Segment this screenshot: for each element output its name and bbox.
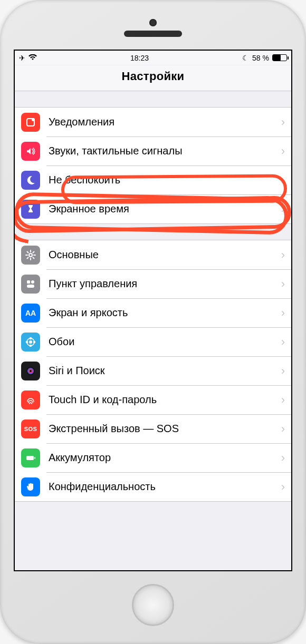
row-touchid[interactable]: Touch ID и код-пароль › <box>15 385 291 414</box>
row-display[interactable]: AA Экран и яркость › <box>15 298 291 327</box>
chevron-right-icon: › <box>281 248 285 262</box>
chevron-right-icon: › <box>281 306 285 320</box>
speaker-slot <box>124 31 182 37</box>
svg-rect-16 <box>34 457 35 459</box>
chevron-right-icon: › <box>281 393 285 407</box>
clock: 18:23 <box>130 54 149 62</box>
battery-percentage: 58 % <box>252 54 269 62</box>
row-label: Экранное время <box>49 203 281 215</box>
row-label: Siri и Поиск <box>49 365 281 377</box>
general-icon <box>21 246 40 265</box>
row-label: Экран и яркость <box>49 307 281 319</box>
battery-icon <box>272 54 287 61</box>
touchid-icon <box>21 391 40 409</box>
svg-rect-4 <box>31 280 34 284</box>
status-bar: ✈ 18:23 ☾ 58 % <box>15 51 291 65</box>
settings-group-1: Уведомления › Звуки, тактильные сигналы … <box>15 107 291 224</box>
row-screen-time[interactable]: Экранное время › <box>15 194 291 223</box>
phone-frame: ✈ 18:23 ☾ 58 % Настройки <box>0 0 306 644</box>
row-battery[interactable]: Аккумулятор › <box>15 443 291 472</box>
settings-group-2: Основные › Пункт управления › AA Экран и… <box>15 240 291 502</box>
row-label: Звуки, тактильные сигналы <box>49 145 281 157</box>
svg-rect-5 <box>27 285 34 288</box>
chevron-right-icon: › <box>281 173 285 187</box>
home-button[interactable] <box>132 584 174 626</box>
row-siri[interactable]: Siri и Поиск › <box>15 356 291 385</box>
wallpaper-icon <box>21 333 40 352</box>
svg-point-7 <box>29 340 32 344</box>
do-not-disturb-icon <box>21 171 40 190</box>
battery-fill <box>273 55 281 61</box>
svg-point-2 <box>29 253 32 257</box>
chevron-right-icon: › <box>281 144 285 158</box>
control-center-icon <box>21 275 40 294</box>
row-label: Основные <box>49 249 281 261</box>
wifi-icon <box>28 54 37 62</box>
row-general[interactable]: Основные › <box>15 240 291 269</box>
svg-point-10 <box>26 341 28 343</box>
chevron-right-icon: › <box>281 202 285 216</box>
row-label: Уведомления <box>49 116 281 128</box>
row-control-center[interactable]: Пункт управления › <box>15 269 291 298</box>
sos-icon: SOS <box>21 419 40 438</box>
notifications-icon <box>21 113 40 132</box>
do-not-disturb-status-icon: ☾ <box>242 54 249 62</box>
svg-point-9 <box>30 345 32 346</box>
row-notifications[interactable]: Уведомления › <box>15 108 291 136</box>
battery-row-icon <box>21 448 40 467</box>
row-label: Обои <box>49 336 281 348</box>
chevron-right-icon: › <box>281 115 285 129</box>
privacy-icon <box>21 477 40 496</box>
row-wallpaper[interactable]: Обои › <box>15 327 291 356</box>
airplane-mode-icon: ✈ <box>19 54 25 62</box>
row-privacy[interactable]: Конфиденциальность › <box>15 472 291 501</box>
chevron-right-icon: › <box>281 422 285 436</box>
row-sounds[interactable]: Звуки, тактильные сигналы › <box>15 136 291 165</box>
siri-icon <box>21 362 40 380</box>
sounds-icon <box>21 142 40 161</box>
svg-point-8 <box>30 337 32 339</box>
row-label: Аккумулятор <box>49 452 281 464</box>
row-label: Не беспокоить <box>49 174 281 186</box>
display-icon: AA <box>21 304 40 323</box>
camera-dot <box>149 19 157 26</box>
chevron-right-icon: › <box>281 335 285 349</box>
svg-point-11 <box>34 341 35 343</box>
row-label: Touch ID и код-пароль <box>49 394 281 406</box>
row-label: Экстренный вызов — SOS <box>49 423 281 435</box>
chevron-right-icon: › <box>281 480 285 494</box>
svg-rect-15 <box>26 456 34 460</box>
row-do-not-disturb[interactable]: Не беспокоить › <box>15 165 291 194</box>
page-title: Настройки <box>15 65 291 91</box>
screen: ✈ 18:23 ☾ 58 % Настройки <box>14 50 292 571</box>
screen-time-icon <box>21 200 40 219</box>
chevron-right-icon: › <box>281 277 285 291</box>
row-label: Конфиденциальность <box>49 481 281 493</box>
row-sos[interactable]: SOS Экстренный вызов — SOS › <box>15 414 291 443</box>
svg-rect-3 <box>27 280 30 284</box>
chevron-right-icon: › <box>281 364 285 378</box>
chevron-right-icon: › <box>281 451 285 465</box>
row-label: Пункт управления <box>49 278 281 290</box>
svg-point-1 <box>32 118 35 121</box>
